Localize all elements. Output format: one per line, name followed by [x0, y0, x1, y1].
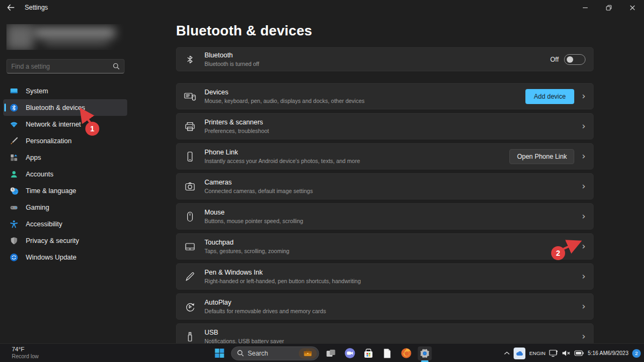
toggle-state-label: Off	[550, 56, 559, 63]
sidebar-item-accounts[interactable]: Accounts	[3, 166, 127, 182]
taskbar-center: Search	[213, 344, 432, 362]
sidebar-item-time-language[interactable]: Time & language	[3, 182, 127, 199]
task-view-button[interactable]	[324, 346, 338, 360]
phone-icon	[184, 151, 196, 162]
row-devices[interactable]: DevicesMouse, keyboard, pen, audio, disp…	[176, 83, 594, 109]
row-title: USB	[204, 329, 574, 336]
tray-chevron-up[interactable]	[504, 351, 510, 355]
sidebar-item-privacy-security[interactable]: Privacy & security	[3, 232, 127, 249]
page-title: Bluetooth & devices	[176, 23, 594, 39]
titlebar: Settings	[0, 0, 644, 15]
sidebar-item-gaming[interactable]: Gaming	[3, 199, 127, 216]
taskbar-search-label: Search	[248, 350, 295, 357]
row-title: Cameras	[204, 179, 574, 186]
back-button[interactable]	[0, 0, 21, 15]
sidebar-item-label: System	[26, 87, 48, 95]
row-subtitle: Right-handed or left-handed, pen button …	[204, 278, 574, 284]
chat-icon	[344, 348, 355, 359]
settings-search[interactable]	[6, 59, 125, 73]
sidebar-item-personalization[interactable]: Personalization	[3, 132, 127, 149]
camera-icon	[184, 181, 196, 193]
sidebar-item-label: Bluetooth & devices	[26, 104, 85, 112]
sidebar-item-label: Accounts	[26, 171, 53, 178]
bluetooth-row[interactable]: Bluetooth Bluetooth is turned off Off	[176, 47, 594, 71]
document-icon	[383, 348, 392, 359]
monitor-icon	[549, 350, 558, 357]
search-icon	[237, 350, 244, 357]
pen-icon	[184, 271, 196, 283]
chevron-right-icon: ›	[582, 242, 586, 251]
sidebar-item-system[interactable]: System	[3, 83, 127, 99]
sidebar-item-accessibility[interactable]: Accessibility	[3, 216, 127, 232]
start-button[interactable]	[213, 346, 226, 360]
sidebar-item-network-internet[interactable]: Network & internet	[3, 116, 127, 132]
bluetooth-icon	[10, 104, 18, 112]
cloud-icon	[516, 351, 524, 356]
row-printers-scanners[interactable]: Printers & scannersPreferences, troubles…	[176, 113, 594, 139]
row-title: Bluetooth	[204, 51, 550, 59]
row-title: Pen & Windows Ink	[204, 269, 574, 276]
apps-icon	[10, 153, 18, 162]
devices-icon	[184, 91, 196, 102]
sidebar-item-label: Network & internet	[26, 121, 81, 128]
taskbar-search[interactable]: Search	[231, 346, 319, 360]
search-input[interactable]	[7, 63, 113, 70]
bluetooth-toggle[interactable]	[564, 54, 586, 65]
chat-button[interactable]	[343, 346, 357, 360]
row-autoplay[interactable]: AutoPlayDefaults for removable drives an…	[176, 293, 594, 320]
row-title: Mouse	[204, 209, 574, 216]
weather-widget[interactable]: 74°F Record low	[12, 346, 39, 360]
sidebar-item-apps[interactable]: Apps	[3, 149, 127, 166]
settings-rows: DevicesMouse, keyboard, pen, audio, disp…	[176, 83, 594, 350]
row-subtitle: Bluetooth is turned off	[204, 61, 550, 67]
microsoft-store-button[interactable]	[362, 346, 376, 360]
search-icon	[113, 63, 120, 70]
restore-button[interactable]	[597, 0, 620, 15]
notepad-button[interactable]	[380, 346, 394, 360]
sidebar-item-label: Gaming	[26, 204, 49, 211]
user-profile-blurred[interactable]	[6, 24, 126, 50]
accessibility-person-icon	[10, 220, 18, 228]
row-title: Printers & scanners	[204, 119, 574, 126]
row-mouse[interactable]: MouseButtons, mouse pointer speed, scrol…	[176, 203, 594, 230]
row-cameras[interactable]: CamerasConnected cameras, default image …	[176, 173, 594, 200]
sidebar-item-windows-update[interactable]: Windows Update	[3, 249, 127, 265]
settings-app-button[interactable]	[418, 346, 432, 360]
row-subtitle: Preferences, troubleshoot	[204, 128, 574, 134]
row-subtitle: Taps, gestures, scrolling, zooming	[204, 248, 574, 254]
row-phone-link[interactable]: Phone LinkInstantly access your Android …	[176, 143, 594, 169]
update-icon	[10, 253, 18, 262]
notification-badge[interactable]: 2	[632, 349, 641, 358]
add-device-button[interactable]: Add device	[525, 89, 574, 104]
volume-muted-tray-icon[interactable]	[562, 350, 570, 357]
sidebar-item-label: Windows Update	[26, 254, 77, 261]
sidebar-item-label: Personalization	[26, 137, 71, 145]
cast-tray-icon[interactable]	[549, 350, 558, 357]
taskbar: 74°F Record low Search	[0, 343, 644, 362]
row-touchpad[interactable]: TouchpadTaps, gestures, scrolling, zoomi…	[176, 233, 594, 260]
sidebar-item-bluetooth-devices[interactable]: Bluetooth & devices	[3, 99, 127, 116]
weather-desc: Record low	[12, 353, 39, 360]
mouse-icon	[184, 211, 196, 223]
battery-tray-icon[interactable]	[574, 350, 584, 356]
shield-icon	[10, 237, 18, 245]
tray-time: 5:16 AM	[588, 350, 608, 357]
main-content: Bluetooth & devices Bluetooth Bluetooth …	[176, 15, 594, 362]
language-indicator[interactable]: ENG IN	[529, 351, 545, 356]
minimize-button[interactable]	[573, 0, 597, 15]
settings-window: Settings System Bluetooth &	[0, 0, 644, 362]
sidebar: System Bluetooth & devices Network & int…	[0, 15, 131, 343]
printer-icon	[184, 121, 196, 132]
firefox-button[interactable]	[399, 346, 413, 360]
close-button[interactable]	[620, 0, 644, 15]
system-tray: ENG IN 5:16 AM 6/9/2023 2	[504, 344, 641, 362]
row-title: Phone Link	[204, 149, 509, 156]
person-icon	[10, 170, 18, 179]
onedrive-tray-icon[interactable]	[514, 348, 525, 359]
clock-widget[interactable]: 5:16 AM 6/9/2023	[588, 350, 628, 357]
open-phone-link-button[interactable]: Open Phone Link	[509, 149, 574, 164]
row-pen-windows-ink[interactable]: Pen & Windows InkRight-handed or left-ha…	[176, 263, 594, 290]
sidebar-item-label: Accessibility	[26, 220, 62, 228]
chevron-right-icon: ›	[582, 122, 586, 131]
firefox-icon	[400, 348, 412, 359]
